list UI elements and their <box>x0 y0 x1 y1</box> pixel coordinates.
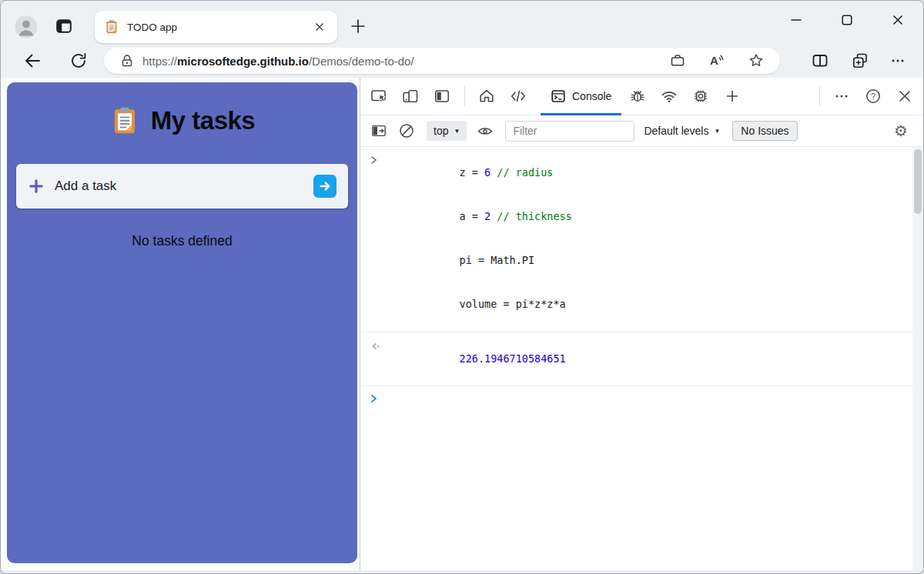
url-path: /Demos/demo-to-do/ <box>309 55 414 68</box>
devtools-elements-tab[interactable] <box>509 87 527 105</box>
no-issues-button[interactable]: No Issues <box>732 121 797 141</box>
favorites-star-button[interactable] <box>748 52 765 69</box>
console-tab-label: Console <box>572 90 611 102</box>
empty-tasks-message: No tasks defined <box>7 233 357 249</box>
clipboard-icon <box>109 105 140 136</box>
ellipsis-icon <box>835 89 849 103</box>
devtools-menu-button[interactable] <box>832 87 851 105</box>
dock-side-button[interactable] <box>433 87 451 105</box>
collections-button[interactable] <box>851 52 869 70</box>
context-selector-value: top <box>434 125 448 137</box>
browser-menu-button[interactable] <box>891 54 905 68</box>
back-button[interactable] <box>22 51 42 71</box>
more-tools-button[interactable] <box>723 87 742 105</box>
console-line: 226.1946710584651 <box>360 337 923 381</box>
console-terminal-icon <box>551 88 566 104</box>
split-screen-button[interactable] <box>811 52 829 70</box>
sidebar-open-icon <box>370 122 387 139</box>
console-result: 226.1946710584651 <box>360 332 923 386</box>
console-settings-button[interactable]: ⚙ <box>894 123 908 138</box>
home-icon <box>478 88 495 105</box>
url-text: https://microsoftedge.github.io/Demos/de… <box>142 55 414 68</box>
minimize-icon <box>790 14 802 26</box>
close-icon <box>892 14 904 26</box>
return-value-icon <box>370 342 380 351</box>
tab-console[interactable]: Console <box>541 78 621 115</box>
page-title: My tasks <box>151 106 255 135</box>
console-output[interactable]: z = 6// radius a = 2// thickness pi = Ma… <box>360 147 923 570</box>
lock-icon <box>119 53 135 68</box>
clear-console-button[interactable] <box>397 122 416 140</box>
chevron-down-icon: ▼ <box>454 128 460 135</box>
chevron-right-icon <box>370 155 377 165</box>
app-header: My tasks <box>7 82 357 136</box>
devtools-home-tab[interactable] <box>477 87 496 105</box>
minimize-button[interactable] <box>789 13 803 27</box>
read-aloud-button[interactable]: A <box>708 52 726 70</box>
plus-icon <box>28 178 45 195</box>
toolbar-separator <box>464 86 465 106</box>
console-scrollbar[interactable] <box>912 147 923 570</box>
plus-icon <box>349 17 367 35</box>
collections-icon <box>851 52 869 70</box>
close-window-button[interactable] <box>891 13 905 27</box>
inspect-cursor-icon <box>370 88 387 105</box>
code-icon <box>510 88 527 105</box>
live-expression-button[interactable] <box>476 122 494 140</box>
inspect-element-button[interactable] <box>370 87 388 105</box>
network-conditions-button[interactable] <box>660 87 678 105</box>
console-sidebar-button[interactable] <box>370 122 388 140</box>
window-controls <box>789 1 923 39</box>
devtools-main-toolbar: Console <box>360 78 923 115</box>
briefcase-icon <box>669 52 686 69</box>
cpu-chip-icon <box>692 88 709 105</box>
tab-actions-button[interactable] <box>55 17 73 38</box>
page-content: My tasks Add a task No tasks defined <box>1 78 360 570</box>
console-toolbar: top ▼ Default levels ▼ No Issues <box>360 115 923 147</box>
new-tab-button[interactable] <box>349 17 367 38</box>
refresh-icon <box>69 52 88 70</box>
gear-icon: ⚙ <box>894 122 908 139</box>
toolbar-right-actions <box>811 44 923 78</box>
console-line: volume = pi*z*z*a <box>360 282 923 326</box>
todo-app-panel: My tasks Add a task No tasks defined <box>7 82 357 563</box>
close-icon <box>314 22 325 32</box>
filter-input[interactable] <box>505 121 634 142</box>
address-bar[interactable]: https://microsoftedge.github.io/Demos/de… <box>104 48 780 74</box>
browser-window: TODO app <box>0 0 924 574</box>
console-input-echo: z = 6// radius a = 2// thickness pi = Ma… <box>360 147 923 332</box>
split-screen-icon <box>811 52 829 70</box>
device-emulation-button[interactable] <box>401 87 420 105</box>
tab-close-button[interactable] <box>311 18 328 35</box>
eye-icon <box>477 122 494 139</box>
back-arrow-icon <box>22 51 42 71</box>
console-prompt[interactable] <box>360 386 923 409</box>
add-task-button[interactable]: Add a task <box>16 164 348 209</box>
app-install-button[interactable] <box>669 52 686 69</box>
browser-tab[interactable]: TODO app <box>95 11 337 43</box>
svg-text:A: A <box>710 54 718 67</box>
maximize-button[interactable] <box>840 13 854 27</box>
device-toolbar-icon <box>402 88 419 105</box>
performance-button[interactable] <box>691 87 710 105</box>
log-levels-dropdown[interactable]: Default levels ▼ <box>644 125 720 137</box>
read-aloud-icon: A <box>708 52 726 70</box>
profile-button[interactable] <box>15 15 38 38</box>
devtools-help-button[interactable]: ? <box>864 87 882 105</box>
submit-task-button[interactable] <box>313 175 336 198</box>
scrollbar-thumb[interactable] <box>914 149 922 214</box>
avatar-icon <box>15 15 38 38</box>
dock-panel-icon <box>434 88 450 105</box>
log-levels-value: Default levels <box>644 125 708 137</box>
url-scheme: https:// <box>142 55 177 68</box>
context-selector-dropdown[interactable]: top ▼ <box>427 121 467 141</box>
console-line: z = 6// radius <box>360 151 923 195</box>
devtools-close-button[interactable] <box>896 87 914 105</box>
refresh-button[interactable] <box>69 51 89 71</box>
issues-bug-button[interactable] <box>628 87 647 105</box>
clear-block-icon <box>398 122 415 139</box>
maximize-icon <box>841 14 853 26</box>
svg-text:?: ? <box>871 92 875 101</box>
star-icon <box>748 52 765 69</box>
devtools-right-actions: ? <box>819 86 917 106</box>
